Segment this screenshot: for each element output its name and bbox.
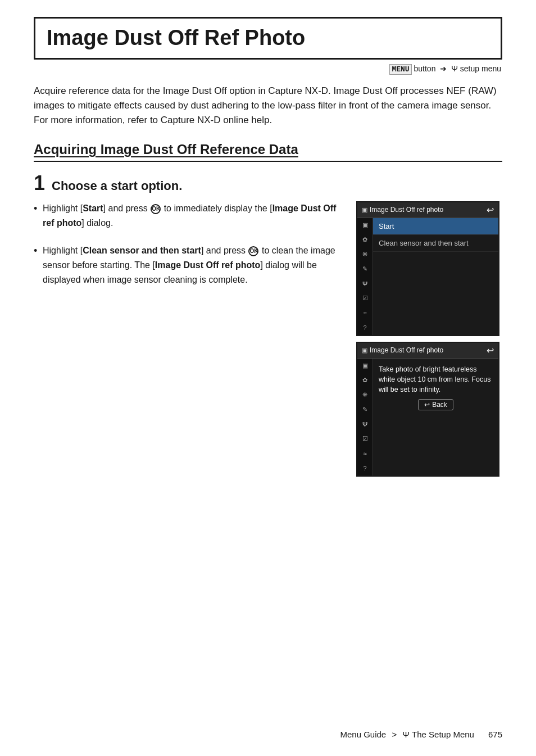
step-header: 1 Choose a start option. (34, 173, 502, 193)
dialog-side-icon-pencil: ✎ (360, 405, 371, 415)
camera-dialog-message: Take photo of bright featureless white o… (379, 364, 493, 395)
camera-menu-2-header-left: ▣ Image Dust Off ref photo (362, 346, 443, 354)
dialog-side-icon-wifi: ≈ (360, 449, 371, 459)
step-1-container: 1 Choose a start option. Highlight [Star… (34, 173, 502, 477)
start-label: Start (83, 203, 103, 213)
page-title: Image Dust Off Ref Photo (47, 26, 489, 50)
back-arrow-icon: ↩ (424, 401, 430, 409)
step-images-column: ▣ Image Dust Off ref photo ↩ ▣ ✿ ❋ ✎ Ψ ☑ (356, 201, 502, 477)
section-heading: Acquiring Image Dust Off Reference Data (34, 142, 502, 162)
intro-paragraph: Acquire reference data for the Image Dus… (34, 84, 502, 128)
dialog-side-icon-flash: ❋ (360, 390, 371, 400)
side-icon-question: ? (360, 323, 371, 333)
camera-menu-1-items: Start Clean sensor and then start (373, 218, 498, 335)
ok-button-icon-2: OK (248, 246, 258, 256)
camera-dialog-content: ▣ ✿ ❋ ✎ Ψ ☑ ≈ ? Take photo of bright fea… (357, 359, 498, 476)
ok-button-icon: OK (151, 204, 161, 214)
step-title: Choose a start option. (52, 179, 182, 193)
setup-icon: Ψ (451, 64, 458, 73)
camera-menu-1: ▣ Image Dust Off ref photo ↩ ▣ ✿ ❋ ✎ Ψ ☑ (356, 201, 499, 336)
camera-back-icon-2: ↩ (487, 345, 494, 356)
page-number: 675 (488, 730, 502, 739)
dialog-side-icon-setup: Ψ (360, 419, 371, 429)
bullet-text-2: Highlight [Clean sensor and then start] … (43, 246, 335, 284)
dialog-side-icon-question: ? (360, 463, 371, 473)
side-icon-setup: Ψ (360, 279, 371, 289)
camera-menu-item-clean: Clean sensor and then start (373, 235, 498, 252)
camera-menu-item-start: Start (373, 218, 498, 235)
clean-sensor-label: Clean sensor and then start (83, 246, 201, 255)
camera-menu-icon-2: ▣ (362, 347, 367, 354)
bullet-item-2: Highlight [Clean sensor and then start] … (34, 243, 343, 287)
bullet-item-1: Highlight [Start] and press OK to immedi… (34, 201, 343, 230)
camera-dialog-icons: ▣ ✿ ❋ ✎ Ψ ☑ ≈ ? (357, 359, 373, 476)
footer-left: Menu Guide (340, 730, 387, 739)
back-button[interactable]: ↩ Back (418, 399, 453, 410)
footer-setup-icon: Ψ (402, 730, 410, 739)
side-icon-check: ☑ (360, 293, 371, 304)
footer-separator: > (392, 730, 399, 739)
camera-menu-1-title: Image Dust Off ref photo (370, 206, 443, 214)
step-content: Highlight [Start] and press OK to immedi… (34, 201, 502, 477)
camera-menu-1-body: ▣ ✿ ❋ ✎ Ψ ☑ ≈ ? Start Clean sensor and t… (357, 218, 498, 335)
side-icon-flash: ❋ (360, 250, 371, 260)
side-icon-wifi: ≈ (360, 308, 371, 318)
camera-back-icon-1: ↩ (487, 205, 494, 215)
camera-menu-2-title: Image Dust Off ref photo (370, 346, 443, 354)
page-footer: Menu Guide > Ψ The Setup Menu 675 (340, 730, 503, 739)
menu-text: setup menu (460, 64, 501, 73)
side-icon-gear: ✿ (360, 235, 371, 245)
dialog-label-2: Image Dust Off ref photo (155, 260, 261, 270)
back-button-label: Back (432, 401, 447, 409)
camera-dialog-back-area: ↩ Back (379, 399, 493, 410)
camera-menu-1-header: ▣ Image Dust Off ref photo ↩ (357, 202, 498, 218)
menu-path: MENU button ➜ Ψ setup menu (34, 64, 502, 74)
dialog-side-icon-check: ☑ (360, 434, 371, 444)
side-icon-play: ▣ (360, 220, 371, 230)
footer-spacer (476, 730, 486, 739)
bullet-text-1: Highlight [Start] and press OK to immedi… (43, 203, 336, 228)
dialog-side-icon-gear: ✿ (360, 375, 371, 386)
camera-dialog-text: Take photo of bright featureless white o… (373, 359, 498, 476)
camera-icons-strip-1: ▣ ✿ ❋ ✎ Ψ ☑ ≈ ? (357, 218, 373, 335)
title-block: Image Dust Off Ref Photo (34, 17, 502, 60)
menu-arrow: ➜ (440, 64, 447, 73)
step-text-column: Highlight [Start] and press OK to immedi… (34, 201, 343, 477)
camera-menu-2: ▣ Image Dust Off ref photo ↩ ▣ ✿ ❋ ✎ Ψ ☑ (356, 342, 499, 477)
menu-button-text: button (414, 64, 436, 73)
dialog-side-icon-play: ▣ (360, 361, 371, 371)
menu-button-label: MENU (389, 64, 411, 75)
footer-right: The Setup Menu (412, 730, 474, 739)
camera-menu-2-header: ▣ Image Dust Off ref photo ↩ (357, 343, 498, 359)
step-number: 1 (34, 173, 45, 193)
camera-menu-icon-1: ▣ (362, 206, 367, 214)
side-icon-pencil: ✎ (360, 264, 371, 274)
camera-menu-1-header-left: ▣ Image Dust Off ref photo (362, 206, 443, 214)
